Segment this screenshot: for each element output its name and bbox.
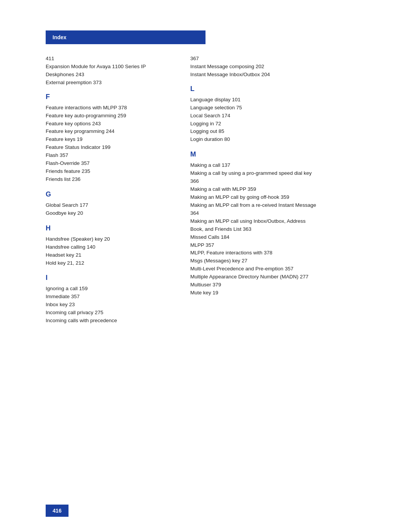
entry-logging-in: Logging in 72 xyxy=(190,120,320,128)
entry-flash: Flash 357 xyxy=(46,152,175,160)
entry-making-call: Making a call 137 xyxy=(190,161,320,169)
entry-handsfree-calling: Handsfree calling 140 xyxy=(46,243,175,251)
section-f: F Feature interactions with MLPP 378 Fea… xyxy=(46,93,175,184)
entry-feature-keys: Feature keys 19 xyxy=(46,136,175,144)
entry-making-call-mlpp: Making a call with MLPP 359 xyxy=(190,185,320,193)
entry-flash-override: Flash-Override 357 xyxy=(46,160,175,168)
entry-language-display: Language display 101 xyxy=(190,96,320,104)
entry-language-selection: Language selection 75 xyxy=(190,104,320,112)
entry-goodbye-key: Goodbye key 20 xyxy=(46,209,175,217)
two-column-layout: 411 Expansion Module for Avaya 1100 Seri… xyxy=(46,55,365,332)
entry-immediate: Immediate 357 xyxy=(46,293,175,301)
entry-mlpp-feature-interactions: MLPP, Feature interactions with 378 xyxy=(190,249,320,257)
entry-missed-calls: Missed Calls 184 xyxy=(190,233,320,241)
entry-instant-message-composing: Instant Message composing 202 xyxy=(190,63,320,71)
entry-feature-status: Feature Status Indicator 199 xyxy=(46,144,175,152)
entry-friends-feature: Friends feature 235 xyxy=(46,168,175,176)
section-g-letter: G xyxy=(46,190,175,198)
section-h: H Handsfree (Speaker) key 20 Handsfree c… xyxy=(46,224,175,267)
section-h-letter: H xyxy=(46,224,175,232)
entry-headset-key: Headset key 21 xyxy=(46,251,175,259)
entry-making-mlpp-call-offhook: Making an MLPP call by going off-hook 35… xyxy=(190,193,320,201)
section-g: G Global Search 177 Goodbye key 20 xyxy=(46,190,175,217)
entry-mlpp: MLPP 357 xyxy=(190,241,320,249)
entry-feature-interactions: Feature interactions with MLPP 378 xyxy=(46,104,175,112)
plain-entries-left: 411 Expansion Module for Avaya 1100 Seri… xyxy=(46,55,175,87)
entry-handsfree-speaker: Handsfree (Speaker) key 20 xyxy=(46,235,175,243)
entry-411: 411 xyxy=(46,55,175,63)
right-column: 367 Instant Message composing 202 Instan… xyxy=(190,55,320,332)
entry-multi-level-precedence: Multi-Level Precedence and Pre-emption 3… xyxy=(190,265,320,273)
entry-msgs-key: Msgs (Messages) key 27 xyxy=(190,257,320,265)
entry-multiuser: Multiuser 379 xyxy=(190,281,320,289)
page-footer: 416 xyxy=(46,505,68,517)
entry-local-search: Local Search 174 xyxy=(190,112,320,120)
entry-external-preemption: External preemption 373 xyxy=(46,79,175,87)
section-i: I Ignoring a call 159 Immediate 357 Inbo… xyxy=(46,274,175,325)
plain-entries-right: 367 Instant Message composing 202 Instan… xyxy=(190,55,320,79)
section-l: L Language display 101 Language selectio… xyxy=(190,85,320,144)
section-m-letter: M xyxy=(190,150,320,158)
entry-367: 367 xyxy=(190,55,320,63)
entry-login-duration: Login duration 80 xyxy=(190,136,320,144)
section-l-letter: L xyxy=(190,85,320,93)
page-number: 416 xyxy=(46,505,68,517)
entry-hold-key: Hold key 21, 212 xyxy=(46,259,175,267)
entry-global-search: Global Search 177 xyxy=(46,201,175,209)
entry-instant-message-inbox: Instant Message Inbox/Outbox 204 xyxy=(190,71,320,79)
entry-making-call-speed-dial: Making a call by using a pro-grammed spe… xyxy=(190,169,320,185)
section-m: M Making a call 137 Making a call by usi… xyxy=(190,150,320,297)
entry-incoming-calls-precedence: Incoming calls with precedence xyxy=(46,317,175,325)
entry-mute-key: Mute key 19 xyxy=(190,289,320,297)
entry-incoming-call-privacy: Incoming call privacy 275 xyxy=(46,309,175,317)
entry-logging-out: Logging out 85 xyxy=(190,128,320,136)
entry-friends-list: Friends list 236 xyxy=(46,176,175,184)
section-i-letter: I xyxy=(46,274,175,282)
index-header-label: Index xyxy=(53,34,67,40)
entry-making-mlpp-call-instant: Making an MLPP call from a re-ceived Ins… xyxy=(190,201,320,217)
entry-inbox-key: Inbox key 23 xyxy=(46,301,175,309)
entry-feature-key-programming: Feature key programming 244 xyxy=(46,128,175,136)
index-header: Index xyxy=(46,30,206,44)
entry-feature-key-auto: Feature key auto-programming 259 xyxy=(46,112,175,120)
entry-making-mlpp-call-inbox: Making an MLPP call using Inbox/Outbox, … xyxy=(190,217,320,233)
entry-ignoring-call: Ignoring a call 159 xyxy=(46,285,175,293)
page-container: Index 411 Expansion Module for Avaya 110… xyxy=(0,0,411,532)
left-column: 411 Expansion Module for Avaya 1100 Seri… xyxy=(46,55,175,332)
entry-multiple-appearance-directory: Multiple Appearance Directory Number (MA… xyxy=(190,273,320,281)
entry-expansion-module: Expansion Module for Avaya 1100 Series I… xyxy=(46,63,175,79)
entry-feature-key-options: Feature key options 243 xyxy=(46,120,175,128)
section-f-letter: F xyxy=(46,93,175,101)
